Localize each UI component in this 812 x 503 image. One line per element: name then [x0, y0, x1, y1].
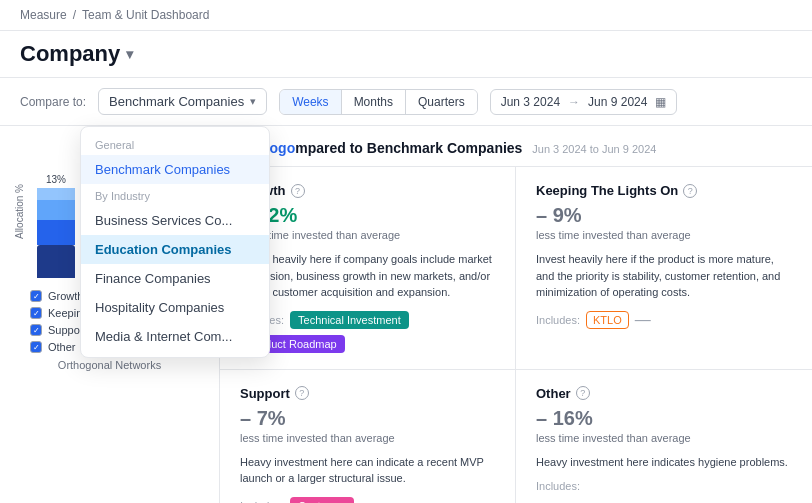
metric-support-value: – 7% [240, 407, 495, 430]
metric-other-name: Other [536, 386, 571, 401]
breadcrumb-parent[interactable]: Measure [20, 8, 67, 22]
breadcrumb: Measure / Team & Unit Dashboard [0, 0, 812, 31]
dropdown-benchmark[interactable]: Benchmark Companies [81, 155, 269, 184]
metric-ktlo-name: Keeping The Lights On [536, 183, 678, 198]
metric-support-includes: Includes: Customer [240, 497, 495, 504]
tag-technical-investment: Technical Investment [290, 311, 409, 329]
metric-ktlo-includes-label: Includes: [536, 314, 580, 326]
legend-other-label: Other [48, 341, 76, 353]
compare-dropdown[interactable]: Benchmark Companies ▾ [98, 88, 267, 115]
legend-growth-label: Growth [48, 290, 83, 302]
metric-ktlo: Keeping The Lights On ? – 9% less time i… [516, 167, 812, 370]
dropdown-media[interactable]: Media & Internet Com... [81, 322, 269, 351]
header: Company ▾ [0, 31, 812, 78]
date-arrow-icon: → [568, 95, 580, 109]
metrics-grid: Growth ? + 32% more time invested than a… [220, 167, 812, 503]
right-panel: Orthogompared to Benchmark Companies Jun… [220, 126, 812, 503]
metric-growth-value: + 32% [240, 204, 495, 227]
dropdown-general-label: General [81, 133, 269, 155]
dropdown-business-services[interactable]: Business Services Co... [81, 206, 269, 235]
metric-support-name: Support [240, 386, 290, 401]
compare-arrow-icon: ▾ [250, 95, 256, 108]
calendar-icon: ▦ [655, 95, 666, 109]
compare-value: Benchmark Companies [109, 94, 244, 109]
metric-ktlo-includes: Includes: KTLO — [536, 311, 792, 329]
title-date-range: Jun 3 2024 to Jun 9 2024 [532, 143, 656, 155]
company-label: Company [20, 41, 120, 67]
dropdown-hospitality[interactable]: Hospitality Companies [81, 293, 269, 322]
tag-dash: — [635, 311, 651, 329]
right-panel-title: Orthogompared to Benchmark Companies Jun… [240, 140, 792, 156]
title-compared: mpared to Benchmark Companies [295, 140, 522, 156]
main-content: Allocation % 13% [0, 126, 812, 503]
metric-support: Support ? – 7% less time invested than a… [220, 370, 516, 504]
metric-ktlo-desc: Invest heavily here if the product is mo… [536, 251, 792, 301]
metric-growth-change: more time invested than average [240, 229, 495, 241]
company-chevron-icon: ▾ [126, 46, 133, 62]
metric-growth-includes: Includes: Technical Investment Product R… [240, 311, 495, 353]
company-selector[interactable]: Company ▾ [20, 41, 792, 77]
metric-support-info-icon[interactable]: ? [295, 386, 309, 400]
bar1-label: 13% [46, 174, 66, 185]
metric-other-change: less time invested than average [536, 432, 792, 444]
metric-growth-desc: Invest heavily here if company goals inc… [240, 251, 495, 301]
metric-other-includes-label: Includes: [536, 480, 580, 492]
date-to: Jun 9 2024 [588, 95, 647, 109]
metric-ktlo-info-icon[interactable]: ? [683, 184, 697, 198]
right-panel-header: Orthogompared to Benchmark Companies Jun… [220, 126, 812, 167]
tab-months[interactable]: Months [342, 90, 406, 114]
date-range-picker[interactable]: Jun 3 2024 → Jun 9 2024 ▦ [490, 89, 678, 115]
chart-company-name: Orthogonal Networks [14, 359, 205, 371]
period-tabs: Weeks Months Quarters [279, 89, 478, 115]
toolbar: Compare to: Benchmark Companies ▾ Weeks … [0, 78, 812, 126]
date-from: Jun 3 2024 [501, 95, 560, 109]
metric-ktlo-value: – 9% [536, 204, 792, 227]
metric-other-includes: Includes: [536, 480, 792, 492]
tag-customer: Customer [290, 497, 354, 504]
metric-other-info-icon[interactable]: ? [576, 386, 590, 400]
metric-other-desc: Heavy investment here indicates hygiene … [536, 454, 792, 471]
compare-dropdown-menu: General Benchmark Companies By Industry … [80, 126, 270, 358]
dropdown-education[interactable]: Education Companies [81, 235, 269, 264]
metric-ktlo-change: less time invested than average [536, 229, 792, 241]
tag-ktlo: KTLO [586, 311, 629, 329]
metric-support-includes-label: Includes: [240, 500, 284, 504]
chart-y-axis-label: Allocation % [14, 184, 25, 239]
tab-quarters[interactable]: Quarters [406, 90, 477, 114]
dropdown-finance[interactable]: Finance Companies [81, 264, 269, 293]
metric-other-value: – 16% [536, 407, 792, 430]
compare-label: Compare to: [20, 95, 86, 109]
breadcrumb-current: Team & Unit Dashboard [82, 8, 209, 22]
metric-growth-info-icon[interactable]: ? [291, 184, 305, 198]
dropdown-industry-label: By Industry [81, 184, 269, 206]
metric-support-desc: Heavy investment here can indicate a rec… [240, 454, 495, 487]
tab-weeks[interactable]: Weeks [280, 90, 341, 114]
metric-other: Other ? – 16% less time invested than av… [516, 370, 812, 504]
breadcrumb-separator: / [73, 8, 76, 22]
bar1 [37, 188, 75, 278]
metric-support-change: less time invested than average [240, 432, 495, 444]
